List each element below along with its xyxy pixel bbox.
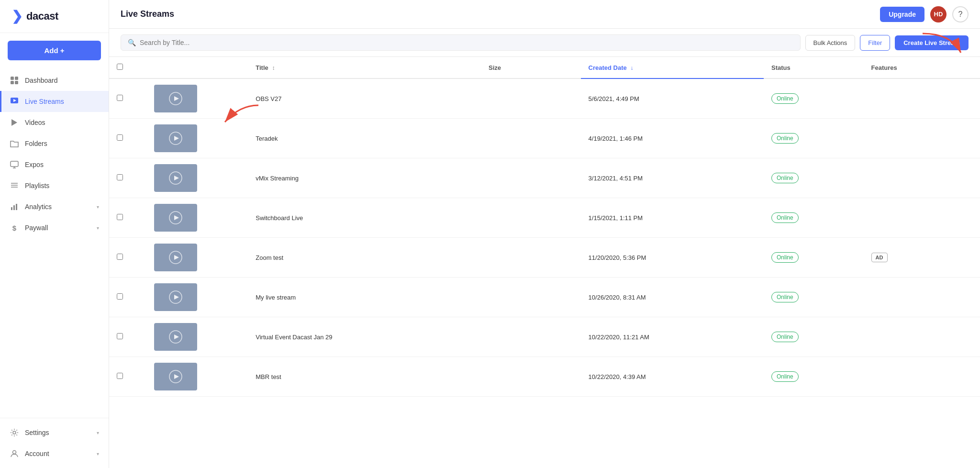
search-input[interactable] [140,39,793,46]
row-status-cell: Online [764,238,864,278]
row-status-cell: Online [764,78,864,119]
row-checkbox-cell [109,317,146,357]
row-checkbox-7[interactable] [117,333,123,339]
row-thumb-cell [146,158,248,198]
row-checkbox-3[interactable] [117,174,123,180]
sidebar-item-videos[interactable]: Videos [0,112,109,133]
row-features-cell [864,78,980,119]
sidebar-item-folders[interactable]: Folders [0,133,109,154]
row-thumb-cell [146,278,248,317]
upgrade-button[interactable]: Upgrade [880,7,924,22]
svg-rect-2 [11,81,14,84]
sidebar-item-analytics[interactable]: Analytics ▾ [0,196,109,217]
th-size: Size [481,57,581,78]
filter-button[interactable]: Filter [860,35,890,51]
toolbar: 🔍 Bulk Actions Filter Create Live Stream [109,29,980,57]
stream-title[interactable]: Zoom test [256,254,283,261]
row-title-cell: My live stream [248,278,481,317]
table-row: OBS V27 5/6/2021, 4:49 PM Online [109,78,980,119]
th-thumb [146,57,248,78]
stream-title[interactable]: vMix Streaming [256,175,299,182]
sidebar-item-label-folders: Folders [25,140,47,147]
create-live-stream-button[interactable]: Create Live Stream [895,35,969,50]
paywall-chevron: ▾ [97,225,99,231]
svg-marker-32 [174,334,179,339]
settings-icon [10,428,19,437]
stream-thumbnail[interactable] [154,124,197,152]
svg-marker-24 [174,176,179,180]
row-checkbox-cell [109,78,146,119]
table-row: Virtual Event Dacast Jan 29 10/22/2020, … [109,317,980,357]
row-features-cell [864,317,980,357]
search-icon: 🔍 [128,39,136,46]
sidebar-item-account[interactable]: Account ▾ [0,443,109,464]
sidebar-item-live-streams[interactable]: Live Streams [0,91,109,112]
stream-thumbnail[interactable] [154,204,197,232]
stream-title[interactable]: Switchboard Live [256,214,303,222]
svg-rect-13 [11,207,12,210]
stream-title[interactable]: MBR test [256,373,281,380]
row-checkbox-5[interactable] [117,254,123,260]
stream-title[interactable]: Teradek [256,135,278,142]
sidebar-item-label-settings: Settings [25,429,49,436]
stream-thumbnail[interactable] [154,164,197,192]
folders-icon [10,139,19,148]
row-title-cell: Zoom test [248,238,481,278]
row-thumb-cell [146,198,248,238]
status-badge: Online [771,93,799,104]
th-title[interactable]: Title ↕ [248,57,481,78]
logo-area: ❯ dacast [0,0,109,33]
logo-icon: ❯ [11,10,22,23]
row-title-cell: Switchboard Live [248,198,481,238]
date-column-header: Created Date [589,64,627,71]
row-checkbox-8[interactable] [117,373,123,379]
stream-thumbnail[interactable] [154,323,197,351]
row-thumb-cell [146,317,248,357]
row-checkbox-1[interactable] [117,95,123,101]
stream-thumbnail[interactable] [154,244,197,271]
svg-point-17 [13,451,16,454]
help-icon[interactable]: ? [952,6,969,22]
stream-date: 5/6/2021, 4:49 PM [589,95,639,102]
row-date-cell: 10/22/2020, 4:39 AM [581,357,764,397]
row-status-cell: Online [764,198,864,238]
svg-rect-0 [11,77,14,80]
expos-icon [10,160,19,169]
date-sort-icon: ↓ [630,65,633,71]
row-size-cell [481,119,581,158]
add-button[interactable]: Add + [8,41,101,60]
row-title-cell: Virtual Event Dacast Jan 29 [248,317,481,357]
svg-rect-3 [15,81,18,84]
stream-title[interactable]: My live stream [256,294,296,301]
select-all-checkbox[interactable] [117,64,123,70]
svg-marker-6 [11,119,17,126]
sidebar-item-paywall[interactable]: $ Paywall ▾ [0,217,109,238]
settings-chevron: ▾ [97,430,99,435]
row-title-cell: OBS V27 [248,78,481,119]
avatar[interactable]: HD [930,6,947,22]
status-badge: Online [771,371,799,382]
stream-thumbnail[interactable] [154,85,197,112]
row-checkbox-cell [109,357,146,397]
stream-title[interactable]: Virtual Event Dacast Jan 29 [256,334,332,341]
sidebar-item-settings[interactable]: Settings ▾ [0,422,109,443]
sidebar-item-expos[interactable]: Expos [0,154,109,175]
sidebar-item-dashboard[interactable]: Dashboard [0,70,109,91]
row-title-cell: Teradek [248,119,481,158]
page-title: Live Streams [121,9,174,19]
th-date[interactable]: Created Date ↓ [581,57,764,78]
stream-title[interactable]: OBS V27 [256,95,281,102]
sidebar-item-label-live-streams: Live Streams [25,98,64,105]
row-checkbox-6[interactable] [117,293,123,300]
row-checkbox-4[interactable] [117,214,123,220]
stream-thumbnail[interactable] [154,363,197,390]
sidebar: ❯ dacast Add + Dashboard Live Streams Vi… [0,0,109,468]
sidebar-item-playlists[interactable]: Playlists [0,175,109,196]
svg-marker-20 [174,96,179,101]
stream-date: 3/12/2021, 4:51 PM [589,175,643,182]
bulk-actions-button[interactable]: Bulk Actions [805,35,856,51]
analytics-icon [10,202,19,212]
row-features-cell [864,119,980,158]
row-checkbox-2[interactable] [117,134,123,141]
stream-thumbnail[interactable] [154,283,197,311]
